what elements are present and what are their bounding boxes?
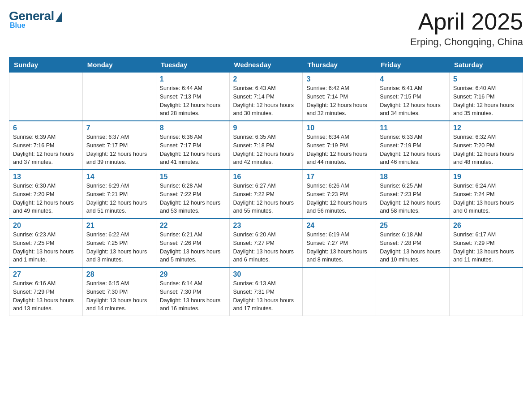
day-number: 13 [13,173,79,181]
day-number: 7 [86,124,152,132]
day-info: Sunrise: 6:24 AMSunset: 7:24 PMDaylight:… [453,182,519,215]
day-number: 4 [380,75,446,83]
calendar-header-sunday: Sunday [9,57,83,73]
calendar-table: SundayMondayTuesdayWednesdayThursdayFrid… [9,57,523,316]
day-info: Sunrise: 6:39 AMSunset: 7:16 PMDaylight:… [13,133,79,167]
logo-blue-text: Blue [10,21,26,30]
calendar-cell: 6Sunrise: 6:39 AMSunset: 7:16 PMDaylight… [9,121,83,170]
calendar-header-row: SundayMondayTuesdayWednesdayThursdayFrid… [9,57,523,73]
calendar-week-row: 27Sunrise: 6:16 AMSunset: 7:29 PMDayligh… [9,267,523,316]
day-number: 26 [453,222,519,230]
calendar-cell: 15Sunrise: 6:28 AMSunset: 7:22 PMDayligh… [156,170,229,218]
month-title: April 2025 [410,9,523,34]
day-number: 2 [233,75,299,83]
day-info: Sunrise: 6:23 AMSunset: 7:25 PMDaylight:… [13,231,79,264]
day-number: 23 [233,222,299,230]
day-info: Sunrise: 6:26 AMSunset: 7:23 PMDaylight:… [306,182,372,215]
calendar-header-friday: Friday [376,57,450,73]
calendar-cell: 28Sunrise: 6:15 AMSunset: 7:30 PMDayligh… [82,267,156,316]
calendar-cell: 1Sunrise: 6:44 AMSunset: 7:13 PMDaylight… [156,73,229,121]
day-number: 24 [306,222,372,230]
calendar-cell: 22Sunrise: 6:21 AMSunset: 7:26 PMDayligh… [156,218,229,267]
day-info: Sunrise: 6:27 AMSunset: 7:22 PMDaylight:… [233,182,299,215]
title-section: April 2025 Erping, Chongqing, China [410,9,523,48]
day-number: 21 [86,222,152,230]
calendar-cell: 2Sunrise: 6:43 AMSunset: 7:14 PMDaylight… [229,73,303,121]
day-info: Sunrise: 6:18 AMSunset: 7:28 PMDaylight:… [380,231,446,264]
page-header: General Blue April 2025 Erping, Chongqin… [9,9,523,48]
day-number: 12 [453,124,519,132]
day-info: Sunrise: 6:17 AMSunset: 7:29 PMDaylight:… [453,231,519,264]
calendar-cell: 21Sunrise: 6:22 AMSunset: 7:25 PMDayligh… [82,218,156,267]
calendar-cell: 30Sunrise: 6:13 AMSunset: 7:31 PMDayligh… [229,267,303,316]
calendar-week-row: 6Sunrise: 6:39 AMSunset: 7:16 PMDaylight… [9,121,523,170]
day-number: 20 [13,222,79,230]
logo-triangle-icon [56,12,62,22]
calendar-header-monday: Monday [82,57,156,73]
calendar-week-row: 20Sunrise: 6:23 AMSunset: 7:25 PMDayligh… [9,218,523,267]
calendar-cell: 12Sunrise: 6:32 AMSunset: 7:20 PMDayligh… [450,121,523,170]
day-info: Sunrise: 6:25 AMSunset: 7:23 PMDaylight:… [380,182,446,215]
day-info: Sunrise: 6:40 AMSunset: 7:16 PMDaylight:… [453,84,519,118]
day-info: Sunrise: 6:14 AMSunset: 7:30 PMDaylight:… [160,279,226,313]
day-number: 11 [380,124,446,132]
day-info: Sunrise: 6:43 AMSunset: 7:14 PMDaylight:… [233,84,299,118]
day-info: Sunrise: 6:20 AMSunset: 7:27 PMDaylight:… [233,231,299,264]
day-info: Sunrise: 6:34 AMSunset: 7:19 PMDaylight:… [306,133,372,167]
day-number: 27 [13,270,79,278]
day-info: Sunrise: 6:32 AMSunset: 7:20 PMDaylight:… [453,133,519,167]
calendar-cell: 7Sunrise: 6:37 AMSunset: 7:17 PMDaylight… [82,121,156,170]
calendar-cell: 25Sunrise: 6:18 AMSunset: 7:28 PMDayligh… [376,218,450,267]
calendar-cell [450,267,523,316]
day-info: Sunrise: 6:15 AMSunset: 7:30 PMDaylight:… [86,279,152,313]
location: Erping, Chongqing, China [410,36,523,48]
calendar-cell: 26Sunrise: 6:17 AMSunset: 7:29 PMDayligh… [450,218,523,267]
calendar-cell: 4Sunrise: 6:41 AMSunset: 7:15 PMDaylight… [376,73,450,121]
day-info: Sunrise: 6:29 AMSunset: 7:21 PMDaylight:… [86,182,152,215]
calendar-header-wednesday: Wednesday [229,57,303,73]
day-number: 28 [86,270,152,278]
day-info: Sunrise: 6:28 AMSunset: 7:22 PMDaylight:… [160,182,226,215]
calendar-header-saturday: Saturday [450,57,523,73]
day-number: 1 [160,75,226,83]
calendar-cell: 29Sunrise: 6:14 AMSunset: 7:30 PMDayligh… [156,267,229,316]
calendar-cell: 5Sunrise: 6:40 AMSunset: 7:16 PMDaylight… [450,73,523,121]
calendar-cell: 10Sunrise: 6:34 AMSunset: 7:19 PMDayligh… [303,121,376,170]
calendar-header-thursday: Thursday [303,57,376,73]
logo: General Blue [9,9,62,30]
day-info: Sunrise: 6:16 AMSunset: 7:29 PMDaylight:… [13,279,79,313]
calendar-cell: 16Sunrise: 6:27 AMSunset: 7:22 PMDayligh… [229,170,303,218]
calendar-cell: 9Sunrise: 6:35 AMSunset: 7:18 PMDaylight… [229,121,303,170]
day-info: Sunrise: 6:37 AMSunset: 7:17 PMDaylight:… [86,133,152,167]
calendar-cell: 17Sunrise: 6:26 AMSunset: 7:23 PMDayligh… [303,170,376,218]
calendar-cell: 14Sunrise: 6:29 AMSunset: 7:21 PMDayligh… [82,170,156,218]
calendar-cell: 18Sunrise: 6:25 AMSunset: 7:23 PMDayligh… [376,170,450,218]
calendar-week-row: 1Sunrise: 6:44 AMSunset: 7:13 PMDaylight… [9,73,523,121]
day-number: 8 [160,124,226,132]
day-info: Sunrise: 6:33 AMSunset: 7:19 PMDaylight:… [380,133,446,167]
day-info: Sunrise: 6:13 AMSunset: 7:31 PMDaylight:… [233,279,299,313]
calendar-cell: 8Sunrise: 6:36 AMSunset: 7:17 PMDaylight… [156,121,229,170]
day-number: 22 [160,222,226,230]
calendar-cell [376,267,450,316]
day-number: 29 [160,270,226,278]
day-number: 5 [453,75,519,83]
calendar-cell: 20Sunrise: 6:23 AMSunset: 7:25 PMDayligh… [9,218,83,267]
day-info: Sunrise: 6:35 AMSunset: 7:18 PMDaylight:… [233,133,299,167]
day-number: 15 [160,173,226,181]
day-info: Sunrise: 6:36 AMSunset: 7:17 PMDaylight:… [160,133,226,167]
calendar-cell: 24Sunrise: 6:19 AMSunset: 7:27 PMDayligh… [303,218,376,267]
day-info: Sunrise: 6:42 AMSunset: 7:14 PMDaylight:… [306,84,372,118]
calendar-week-row: 13Sunrise: 6:30 AMSunset: 7:20 PMDayligh… [9,170,523,218]
calendar-cell: 19Sunrise: 6:24 AMSunset: 7:24 PMDayligh… [450,170,523,218]
day-number: 14 [86,173,152,181]
day-number: 25 [380,222,446,230]
calendar-cell: 3Sunrise: 6:42 AMSunset: 7:14 PMDaylight… [303,73,376,121]
calendar-cell: 23Sunrise: 6:20 AMSunset: 7:27 PMDayligh… [229,218,303,267]
day-number: 19 [453,173,519,181]
day-number: 6 [13,124,79,132]
day-number: 30 [233,270,299,278]
day-info: Sunrise: 6:21 AMSunset: 7:26 PMDaylight:… [160,231,226,264]
calendar-header-tuesday: Tuesday [156,57,229,73]
day-number: 10 [306,124,372,132]
